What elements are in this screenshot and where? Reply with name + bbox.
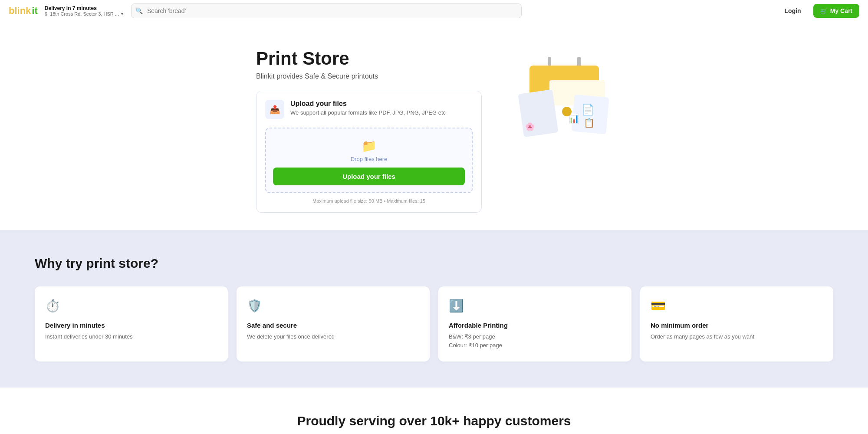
feature-icon-1: 🛡️ (247, 299, 419, 313)
customers-section: Proudly serving over 10k+ happy customer… (0, 388, 868, 434)
upload-note: Maximum upload file size: 50 MB • Maximu… (265, 198, 473, 204)
logo[interactable]: blinkit (9, 5, 38, 16)
upload-card: 📤 Upload your files We support all popul… (256, 91, 482, 213)
delivery-address: 6, 18th Cross Rd, Sector 3, HSR ... ▼ (45, 11, 124, 16)
hero-subtitle: Blinkit provides Safe & Secure printouts (256, 72, 482, 80)
feature-name-3: No minimum order (651, 322, 823, 329)
header-actions: Login 🛒 My Cart (779, 4, 859, 18)
hero-left: Print Store Blinkit provides Safe & Secu… (256, 48, 482, 213)
upload-icon: 📤 (265, 100, 284, 119)
drop-zone[interactable]: 📁 Drop files here Upload your files (265, 128, 473, 193)
why-section: Why try print store? ⏱️ Delivery in minu… (0, 230, 868, 388)
printer-bar-icon: 📋 (584, 118, 595, 128)
upload-button[interactable]: Upload your files (273, 168, 465, 185)
hero-section: Print Store Blinkit provides Safe & Secu… (0, 22, 868, 230)
feature-card-3: 💳 No minimum order Order as many pages a… (640, 286, 833, 362)
delivery-title: Delivery in 7 minutes (45, 5, 124, 11)
cart-label: My Cart (830, 7, 852, 14)
printer-illustration: 📄 📊 📋 🌸 (516, 57, 612, 144)
printer-doc-icon: 📄 (582, 104, 595, 116)
hero-right: 📄 📊 📋 🌸 (516, 48, 612, 144)
feature-icon-3: 💳 (651, 299, 823, 313)
cart-button[interactable]: 🛒 My Cart (813, 4, 859, 18)
feature-card-2: ⬇️ Affordable Printing B&W: ₹3 per pageC… (438, 286, 631, 362)
feature-desc-0: Instant deliveries under 30 minutes (45, 332, 217, 341)
drop-files-icon: 📁 (273, 139, 465, 153)
logo-it-text: it (32, 5, 37, 16)
feature-cards: ⏱️ Delivery in minutes Instant deliverie… (35, 286, 833, 362)
feature-name-2: Affordable Printing (449, 322, 621, 329)
feature-icon-0: ⏱️ (45, 299, 217, 313)
header: blinkit Delivery in 7 minutes 6, 18th Cr… (0, 0, 868, 22)
login-button[interactable]: Login (779, 5, 806, 17)
feature-card-0: ⏱️ Delivery in minutes Instant deliverie… (35, 286, 228, 362)
printer-paper-left (518, 89, 558, 137)
customers-title: Proudly serving over 10k+ happy customer… (35, 414, 833, 428)
search-bar: 🔍 (131, 3, 522, 18)
feature-name-1: Safe and secure (247, 322, 419, 329)
feature-icon-2: ⬇️ (449, 299, 621, 313)
upload-description: We support all popular formats like PDF,… (290, 109, 446, 116)
upload-header-text: Upload your files We support all popular… (290, 100, 446, 116)
delivery-info[interactable]: Delivery in 7 minutes 6, 18th Cross Rd, … (45, 5, 124, 16)
feature-card-1: 🛡️ Safe and secure We delete your files … (237, 286, 430, 362)
upload-title: Upload your files (290, 100, 446, 108)
printer-coin (562, 107, 572, 116)
feature-desc-1: We delete your files once delivered (247, 332, 419, 341)
feature-name-0: Delivery in minutes (45, 322, 217, 329)
logo-blink-text: blink (9, 5, 31, 16)
drop-label: Drop files here (273, 156, 465, 162)
cart-icon: 🛒 (820, 7, 828, 14)
feature-desc-3: Order as many pages as few as you want (651, 332, 823, 341)
chevron-down-icon: ▼ (120, 12, 124, 16)
why-title: Why try print store? (35, 256, 833, 271)
feature-desc-2: B&W: ₹3 per pageColour: ₹10 per page (449, 332, 621, 349)
upload-header: 📤 Upload your files We support all popul… (265, 100, 473, 119)
page-title: Print Store (256, 48, 482, 69)
printer-flower: 🌸 (525, 122, 535, 132)
search-input[interactable] (131, 3, 522, 18)
search-icon: 🔍 (135, 7, 143, 14)
